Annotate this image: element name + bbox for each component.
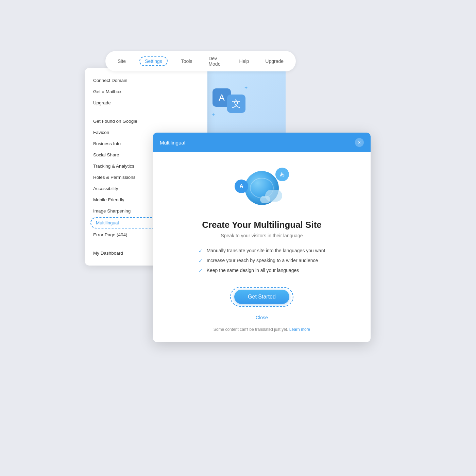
globe-illustration: A あ bbox=[235, 166, 289, 210]
feature-list: ✓ Manually translate your site into the … bbox=[199, 248, 325, 277]
feature-text-2: Increase your reach by speaking to a wid… bbox=[207, 258, 318, 263]
sparkle-2: ✦ bbox=[211, 112, 216, 117]
learn-more-link[interactable]: Learn more bbox=[289, 327, 310, 332]
feature-text-3: Keep the same design in all your languag… bbox=[207, 268, 299, 273]
dialog-body: A あ Create Your Multilingual Site Speak … bbox=[153, 152, 371, 342]
dialog-subtitle: Speak to your visitors in their language bbox=[173, 233, 350, 238]
menu-upgrade[interactable]: Upgrade bbox=[85, 97, 207, 108]
dialog-close-button[interactable]: × bbox=[355, 138, 364, 147]
translate-zh-icon: 文 bbox=[232, 98, 241, 110]
globe-a-badge: A bbox=[235, 180, 248, 193]
footer-note-text: Some content can't be translated just ye… bbox=[214, 327, 288, 332]
nav-tools[interactable]: Tools bbox=[178, 57, 195, 65]
nav-dev-mode[interactable]: Dev Mode bbox=[206, 54, 225, 68]
check-icon-3: ✓ bbox=[199, 268, 203, 273]
menu-get-found-google[interactable]: Get Found on Google bbox=[85, 116, 207, 127]
feature-text-1: Manually translate your site into the la… bbox=[207, 248, 325, 253]
sparkle-1: ✦ bbox=[244, 85, 248, 90]
translate-a-icon: A bbox=[219, 92, 224, 103]
nav-settings[interactable]: Settings bbox=[139, 56, 168, 66]
check-icon-1: ✓ bbox=[199, 248, 203, 254]
close-icon: × bbox=[358, 140, 361, 145]
top-nav: Site Settings Tools Dev Mode Help Upgrad… bbox=[105, 51, 296, 71]
feature-item-3: ✓ Keep the same design in all your langu… bbox=[199, 268, 325, 273]
feature-item-1: ✓ Manually translate your site into the … bbox=[199, 248, 325, 254]
feature-item-2: ✓ Increase your reach by speaking to a w… bbox=[199, 258, 325, 264]
footer-note: Some content can't be translated just ye… bbox=[173, 327, 350, 332]
divider-1 bbox=[93, 112, 199, 112]
nav-help[interactable]: Help bbox=[237, 57, 252, 65]
globe-jp-badge: あ bbox=[275, 168, 289, 181]
globe-a-icon: A bbox=[239, 183, 243, 189]
sparkle-3: · bbox=[250, 102, 252, 107]
nav-upgrade[interactable]: Upgrade bbox=[262, 57, 286, 65]
dialog-title: Multilingual bbox=[160, 140, 185, 146]
translate-zh-box: 文 bbox=[227, 95, 245, 113]
globe-jp-icon: あ bbox=[280, 171, 285, 177]
close-link[interactable]: Close bbox=[173, 315, 350, 320]
get-started-button[interactable]: Get Started bbox=[234, 290, 289, 304]
dialog-header: Multilingual × bbox=[153, 133, 371, 152]
nav-site[interactable]: Site bbox=[115, 57, 129, 65]
check-icon-2: ✓ bbox=[199, 258, 203, 264]
cloud-shape-2 bbox=[260, 196, 270, 203]
cta-section: Get Started bbox=[173, 290, 350, 309]
menu-get-mailbox[interactable]: Get a Mailbox bbox=[85, 86, 207, 97]
translate-icon-container: A 文 ✦ ✦ · bbox=[211, 85, 252, 119]
cta-container: Get Started bbox=[234, 290, 289, 304]
dialog-main-title: Create Your Multilingual Site bbox=[173, 220, 350, 230]
multilingual-dialog: Multilingual × A あ Create Your Multiling… bbox=[153, 133, 371, 342]
menu-connect-domain[interactable]: Connect Domain bbox=[85, 75, 207, 86]
